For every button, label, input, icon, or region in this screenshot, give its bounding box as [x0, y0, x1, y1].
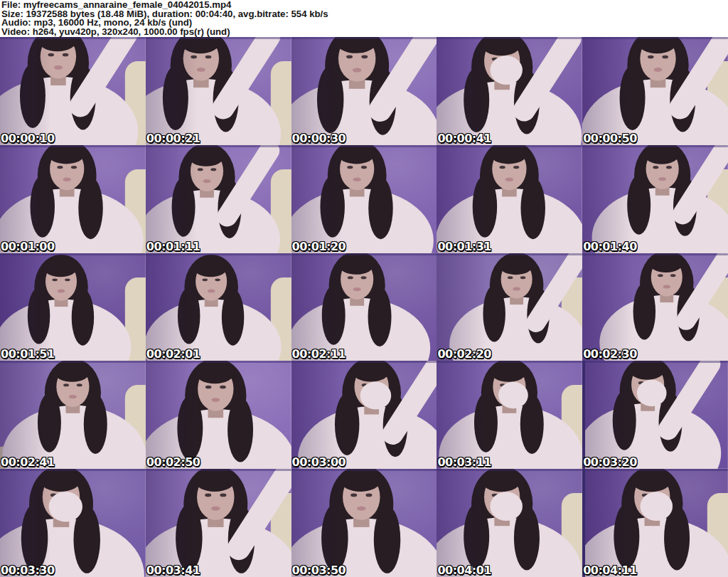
video-contact-sheet: File: myfreecams_annaraine_female_040420… — [0, 0, 728, 577]
video-frame-placeholder — [146, 361, 291, 469]
thumbnail-cell: 00:03:41 — [146, 469, 291, 577]
thumbnail-timestamp: 00:00:30 — [292, 133, 346, 144]
video-frame-placeholder — [146, 253, 291, 361]
thumbnail-cell: 00:00:21 — [146, 37, 291, 145]
thumbnail-grid: 00:00:1000:00:2100:00:3000:00:4100:00:50… — [0, 37, 728, 577]
video-frame-placeholder — [582, 145, 728, 253]
thumbnail-cell: 00:02:30 — [582, 253, 728, 361]
thumbnail-cell: 00:02:20 — [437, 253, 582, 361]
thumbnail-cell: 00:01:40 — [582, 145, 728, 253]
thumbnail-timestamp: 00:01:40 — [583, 241, 637, 253]
thumbnail-cell: 00:02:50 — [146, 361, 291, 469]
thumbnail-timestamp: 00:02:01 — [146, 349, 200, 360]
thumbnail-cell: 00:03:30 — [0, 469, 146, 577]
thumbnail-cell: 00:00:50 — [582, 37, 728, 145]
video-frame-placeholder — [291, 361, 437, 469]
thumbnail-cell: 00:00:30 — [291, 37, 437, 145]
video-frame-placeholder — [582, 37, 728, 145]
thumbnail-timestamp: 00:01:00 — [1, 241, 55, 253]
video-frame-placeholder — [437, 253, 582, 361]
thumbnail-timestamp: 00:03:11 — [437, 457, 491, 468]
thumbnail-timestamp: 00:04:11 — [583, 565, 637, 576]
thumbnail-timestamp: 00:03:20 — [583, 457, 637, 468]
thumbnail-timestamp: 00:02:41 — [1, 457, 55, 468]
thumbnail-cell: 00:00:10 — [0, 37, 146, 145]
thumbnail-cell: 00:01:51 — [0, 253, 146, 361]
video-frame-placeholder — [0, 145, 146, 253]
video-frame-placeholder — [291, 37, 437, 145]
thumbnail-timestamp: 00:03:41 — [146, 565, 200, 576]
thumbnail-timestamp: 00:00:21 — [146, 133, 200, 144]
thumbnail-cell: 00:03:20 — [582, 361, 728, 469]
thumbnail-timestamp: 00:01:11 — [146, 241, 200, 253]
thumbnail-timestamp: 00:00:50 — [583, 133, 637, 144]
video-frame-placeholder — [437, 361, 582, 469]
thumbnail-cell: 00:01:31 — [437, 145, 582, 253]
thumbnail-timestamp: 00:03:30 — [1, 565, 55, 576]
video-frame-placeholder — [0, 469, 146, 577]
thumbnail-cell: 00:00:41 — [437, 37, 582, 145]
thumbnail-cell: 00:02:41 — [0, 361, 146, 469]
thumbnail-timestamp: 00:00:10 — [1, 133, 55, 144]
video-frame-placeholder — [146, 37, 291, 145]
thumbnail-cell: 00:01:00 — [0, 145, 146, 253]
thumbnail-timestamp: 00:01:51 — [1, 349, 55, 360]
video-frame-placeholder — [582, 253, 728, 361]
thumbnail-cell: 00:03:50 — [291, 469, 437, 577]
thumbnail-cell: 00:03:11 — [437, 361, 582, 469]
video-frame-placeholder — [0, 253, 146, 361]
video-frame-placeholder — [291, 253, 437, 361]
thumbnail-cell: 00:03:00 — [291, 361, 437, 469]
thumbnail-timestamp: 00:03:50 — [292, 565, 346, 576]
video-frame-placeholder — [437, 469, 582, 577]
thumbnail-timestamp: 00:01:31 — [437, 241, 491, 253]
video-frame-placeholder — [437, 145, 582, 253]
thumbnail-cell: 00:04:01 — [437, 469, 582, 577]
thumbnail-timestamp: 00:00:41 — [437, 133, 491, 144]
video-frame-placeholder — [291, 469, 437, 577]
thumbnail-cell: 00:04:11 — [582, 469, 728, 577]
thumbnail-cell: 00:01:11 — [146, 145, 291, 253]
header-line: Video: h264, yuv420p, 320x240, 1000.00 f… — [1, 28, 728, 37]
thumbnail-timestamp: 00:03:00 — [292, 457, 346, 468]
file-info: File: myfreecams_annaraine_female_040420… — [0, 0, 728, 37]
video-frame-placeholder — [0, 37, 146, 145]
thumbnail-timestamp: 00:02:50 — [146, 457, 200, 468]
video-frame-placeholder — [582, 469, 728, 577]
thumbnail-timestamp: 00:02:30 — [583, 349, 637, 360]
thumbnail-cell: 00:02:01 — [146, 253, 291, 361]
thumbnail-timestamp: 00:02:20 — [437, 349, 491, 360]
thumbnail-cell: 00:01:20 — [291, 145, 437, 253]
video-frame-placeholder — [146, 469, 291, 577]
thumbnail-cell: 00:02:11 — [291, 253, 437, 361]
video-frame-placeholder — [291, 145, 437, 253]
video-frame-placeholder — [582, 361, 728, 469]
video-frame-placeholder — [437, 37, 582, 145]
thumbnail-timestamp: 00:01:20 — [292, 241, 346, 253]
thumbnail-timestamp: 00:02:11 — [292, 349, 346, 360]
thumbnail-timestamp: 00:04:01 — [437, 565, 491, 576]
video-frame-placeholder — [0, 361, 146, 469]
video-frame-placeholder — [146, 145, 291, 253]
